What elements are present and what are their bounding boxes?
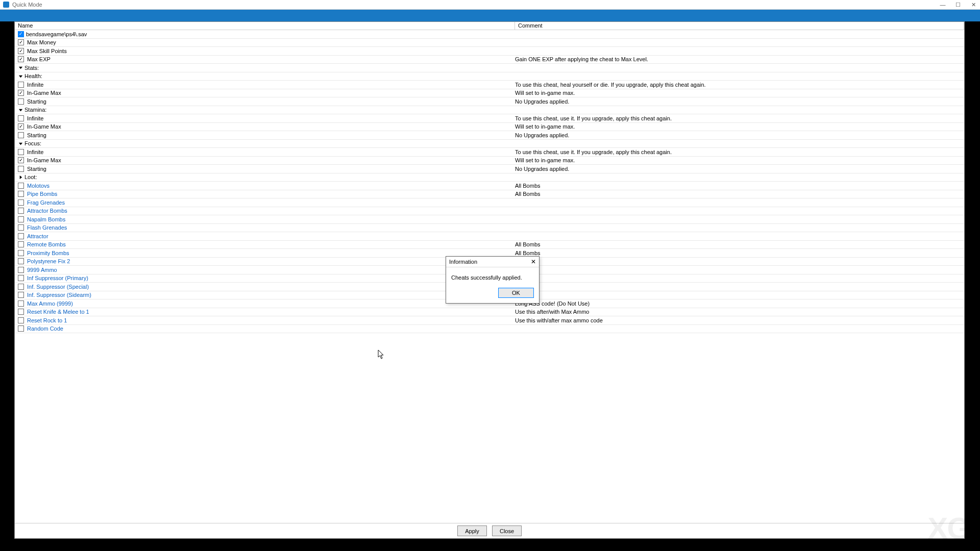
checkbox[interactable]	[18, 199, 24, 206]
apply-button[interactable]: Apply	[457, 525, 487, 536]
row-label: Attractor	[27, 233, 48, 239]
checkbox[interactable]	[18, 267, 24, 273]
minimize-button[interactable]: —	[939, 2, 946, 8]
close-button[interactable]: Close	[492, 525, 522, 536]
chevron-right-icon[interactable]	[18, 174, 23, 180]
watermark: XG	[927, 511, 970, 546]
tree-row[interactable]: Max Skill Points	[15, 47, 964, 56]
checkbox[interactable]	[18, 224, 24, 231]
column-name[interactable]: Name	[15, 22, 515, 30]
dialog-close-icon[interactable]: ✕	[531, 258, 536, 265]
row-label: Starting	[27, 132, 46, 138]
root-check-icon[interactable]	[18, 31, 24, 37]
row-comment: No Upgrades applied.	[515, 166, 964, 172]
tree-row[interactable]: Max Money	[15, 39, 964, 47]
checkbox[interactable]	[18, 241, 24, 247]
chevron-down-icon[interactable]	[18, 107, 23, 112]
tree-row[interactable]: Loot:	[15, 173, 964, 182]
column-comment[interactable]: Comment	[515, 22, 964, 30]
checkbox[interactable]	[18, 233, 24, 239]
row-label: Remote Bombs	[27, 241, 66, 247]
checkbox[interactable]	[18, 90, 24, 96]
row-label: Infinite	[27, 115, 43, 121]
chevron-down-icon[interactable]	[18, 65, 23, 70]
checkbox[interactable]	[18, 284, 24, 290]
row-comment: No Upgrades applied.	[515, 98, 964, 105]
titlebar: Quick Mode — ☐ ✕	[0, 0, 980, 10]
row-label: Inf. Suppressor (Special)	[27, 284, 89, 290]
tree-row[interactable]: Napalm Bombs	[15, 215, 964, 224]
ok-button[interactable]: OK	[498, 288, 534, 298]
tree-row[interactable]: StartingNo Upgrades applied.	[15, 131, 964, 140]
tree-row[interactable]: Frag Grenades	[15, 198, 964, 207]
tree-row[interactable]: In-Game MaxWill set to in-game max.	[15, 157, 964, 165]
checkbox[interactable]	[18, 300, 24, 307]
row-label: In-Game Max	[27, 90, 61, 96]
checkbox[interactable]	[18, 183, 24, 189]
checkbox[interactable]	[18, 292, 24, 298]
row-label: Reset Knife & Melee to 1	[27, 309, 89, 315]
checkbox[interactable]	[18, 166, 24, 172]
checkbox[interactable]	[18, 157, 24, 163]
checkbox[interactable]	[18, 98, 24, 105]
row-label: Focus:	[24, 140, 41, 146]
tree-row[interactable]: Random Code	[15, 325, 964, 334]
tree-row[interactable]: In-Game MaxWill set to in-game max.	[15, 89, 964, 98]
tree-row[interactable]: StartingNo Upgrades applied.	[15, 165, 964, 173]
tree-row[interactable]: Flash Grenades	[15, 224, 964, 233]
row-comment: Use this after/with Max Ammo	[515, 309, 964, 315]
tree-row[interactable]: Pipe BombsAll Bombs	[15, 190, 964, 199]
tree-row[interactable]: Attractor	[15, 232, 964, 241]
tree-row[interactable]: InfiniteTo use this cheat, heal yourself…	[15, 81, 964, 89]
tree-row[interactable]: In-Game MaxWill set to in-game max.	[15, 123, 964, 132]
checkbox[interactable]	[18, 317, 24, 323]
tree-root-row[interactable]: bendsavegame\ps4\.sav	[15, 30, 964, 39]
tree-row[interactable]: Max EXPGain ONE EXP after applying the c…	[15, 56, 964, 64]
tree-row[interactable]: Focus:	[15, 140, 964, 148]
row-comment: Will set to in-game max.	[515, 90, 964, 96]
checkbox[interactable]	[18, 325, 24, 332]
tree-row[interactable]: StartingNo Upgrades applied.	[15, 97, 964, 106]
checkbox[interactable]	[18, 250, 24, 256]
checkbox[interactable]	[18, 39, 24, 45]
tree-row[interactable]: Stamina:	[15, 106, 964, 115]
checkbox[interactable]	[18, 115, 24, 121]
checkbox[interactable]	[18, 208, 24, 214]
tree-row[interactable]: Attractor Bombs	[15, 207, 964, 216]
checkbox[interactable]	[18, 132, 24, 138]
close-window-button[interactable]: ✕	[970, 2, 977, 8]
tree-row[interactable]: Reset Knife & Melee to 1Use this after/w…	[15, 308, 964, 317]
checkbox[interactable]	[18, 275, 24, 281]
tree-row[interactable]: Reset Rock to 1Use this with/after max a…	[15, 316, 964, 325]
tree-row[interactable]: InfiniteTo use this cheat, use it. If yo…	[15, 148, 964, 157]
row-label: Stats:	[24, 65, 39, 71]
checkbox[interactable]	[18, 191, 24, 197]
maximize-button[interactable]: ☐	[954, 2, 962, 8]
row-label: Reset Rock to 1	[27, 317, 67, 323]
row-comment: Use this with/after max ammo code	[515, 317, 964, 323]
tree-row[interactable]: Health:	[15, 72, 964, 81]
checkbox[interactable]	[18, 123, 24, 130]
checkbox[interactable]	[18, 149, 24, 155]
tree-row[interactable]: MolotovsAll Bombs	[15, 182, 964, 190]
checkbox[interactable]	[18, 48, 24, 54]
checkbox[interactable]	[18, 82, 24, 88]
checkbox[interactable]	[18, 56, 24, 62]
bottom-bar: Apply Close	[15, 523, 964, 538]
chevron-down-icon[interactable]	[18, 141, 23, 146]
tree-row[interactable]: InfiniteTo use this cheat, use it. If yo…	[15, 114, 964, 123]
checkbox[interactable]	[18, 216, 24, 222]
row-comment: All Bombs	[515, 191, 964, 197]
checkbox[interactable]	[18, 309, 24, 315]
chevron-down-icon[interactable]	[18, 73, 23, 79]
row-comment: All Bombs	[515, 250, 964, 256]
row-comment: All Bombs	[515, 183, 964, 189]
row-label: Polystyrene Fix 2	[27, 258, 70, 264]
row-comment: To use this cheat, use it. If you upgrad…	[515, 149, 964, 155]
tree-row[interactable]: Stats:	[15, 64, 964, 72]
tree-row[interactable]: Remote BombsAll Bombs	[15, 241, 964, 249]
toolbar-strip	[0, 10, 980, 21]
checkbox[interactable]	[18, 258, 24, 264]
row-label: Molotovs	[27, 183, 50, 189]
window-controls: — ☐ ✕	[939, 2, 977, 8]
